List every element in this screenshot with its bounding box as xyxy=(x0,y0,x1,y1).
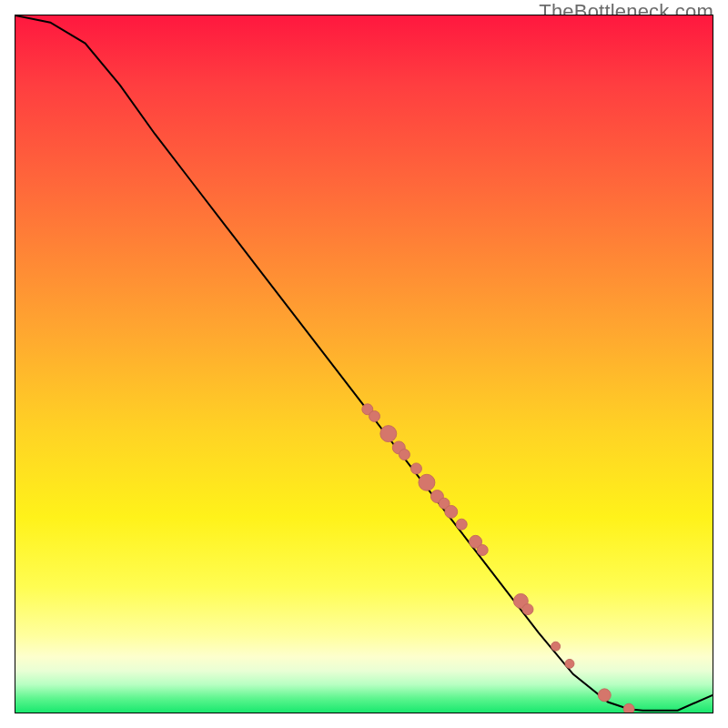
data-point xyxy=(410,463,421,474)
data-point xyxy=(551,642,561,651)
data-point xyxy=(399,450,410,460)
data-point xyxy=(565,659,574,668)
chart-overlay xyxy=(15,15,713,713)
data-point xyxy=(369,410,380,421)
data-point xyxy=(419,474,435,490)
bottleneck-curve xyxy=(15,15,713,711)
data-point xyxy=(598,689,611,702)
plot-area xyxy=(15,15,713,713)
data-point xyxy=(477,545,488,556)
data-point xyxy=(380,426,397,442)
data-points-group xyxy=(362,404,634,713)
chart-canvas: TheBottleneck.com xyxy=(0,0,728,728)
data-point xyxy=(456,519,467,530)
data-point xyxy=(445,505,458,518)
data-point xyxy=(522,604,533,615)
data-point xyxy=(623,703,634,713)
